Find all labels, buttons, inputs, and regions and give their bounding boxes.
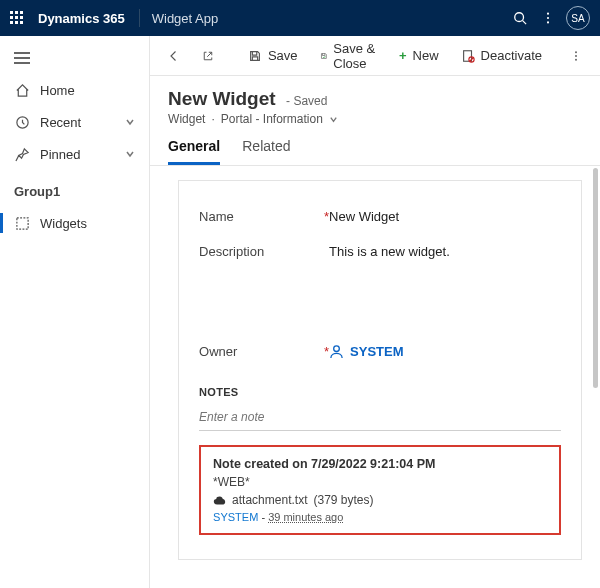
notes-heading: NOTES xyxy=(199,386,561,398)
form-tabs: General Related xyxy=(150,126,600,166)
svg-point-14 xyxy=(575,55,577,57)
overflow-button[interactable] xyxy=(562,45,590,67)
sidebar-item-label: Pinned xyxy=(40,147,80,162)
pin-icon xyxy=(14,146,30,162)
sidebar-group-text: Group1 xyxy=(14,184,60,199)
svg-point-2 xyxy=(547,13,549,15)
sidebar-item-label: Home xyxy=(40,83,75,98)
svg-rect-9 xyxy=(16,217,27,228)
field-owner[interactable]: Owner * SYSTEM xyxy=(199,334,561,372)
new-button[interactable]: + New xyxy=(391,44,447,67)
description-value: This is a new widget. xyxy=(329,244,561,259)
more-icon[interactable] xyxy=(534,4,562,32)
note-title: Note created on 7/29/2022 9:21:04 PM xyxy=(213,457,547,471)
svg-point-15 xyxy=(575,58,577,60)
widgets-icon xyxy=(14,215,30,231)
save-button[interactable]: Save xyxy=(240,44,306,67)
tab-general[interactable]: General xyxy=(168,138,220,165)
note-meta: SYSTEM - 39 minutes ago xyxy=(213,511,547,523)
command-bar: Save Save & Close + New Deactivate xyxy=(150,36,600,76)
chevron-down-icon xyxy=(125,117,135,127)
chevron-down-icon xyxy=(329,115,338,124)
form-body: Name * New Widget Description This is a … xyxy=(150,166,600,588)
sidebar-item-label: Widgets xyxy=(40,216,87,231)
svg-point-16 xyxy=(334,346,340,352)
save-close-button[interactable]: Save & Close xyxy=(312,37,385,75)
search-icon[interactable] xyxy=(506,4,534,32)
topbar-divider xyxy=(139,9,140,27)
back-button[interactable] xyxy=(160,45,188,67)
svg-point-4 xyxy=(547,21,549,23)
form-selector[interactable]: Portal - Information xyxy=(221,112,323,126)
deactivate-button[interactable]: Deactivate xyxy=(453,44,550,67)
app-launcher-icon[interactable] xyxy=(10,11,24,25)
scrollbar[interactable] xyxy=(593,168,598,388)
owner-value[interactable]: SYSTEM xyxy=(329,344,403,359)
svg-rect-10 xyxy=(463,50,471,61)
main-area: Save Save & Close + New Deactivate New W… xyxy=(150,36,600,588)
sidebar-item-label: Recent xyxy=(40,115,81,130)
hamburger-icon[interactable] xyxy=(0,42,149,74)
note-author[interactable]: SYSTEM xyxy=(213,511,258,523)
save-close-label: Save & Close xyxy=(333,41,377,71)
note-input[interactable] xyxy=(199,404,561,431)
home-icon xyxy=(14,82,30,98)
sidebar-item-widgets[interactable]: Widgets xyxy=(0,207,149,239)
new-label: New xyxy=(413,48,439,63)
user-avatar[interactable]: SA xyxy=(566,6,590,30)
svg-point-3 xyxy=(547,17,549,19)
clock-icon xyxy=(14,114,30,130)
name-value: New Widget xyxy=(329,209,561,224)
popout-button[interactable] xyxy=(194,45,222,67)
deactivate-label: Deactivate xyxy=(481,48,542,63)
cloud-icon xyxy=(213,495,226,506)
form-card: Name * New Widget Description This is a … xyxy=(178,180,582,560)
description-label: Description xyxy=(199,244,264,259)
app-name: Widget App xyxy=(152,11,219,26)
field-description[interactable]: Description This is a new widget. xyxy=(199,234,561,334)
saved-indicator: - Saved xyxy=(286,94,327,108)
svg-point-0 xyxy=(515,13,524,22)
sidebar-item-pinned[interactable]: Pinned xyxy=(0,138,149,170)
note-item[interactable]: Note created on 7/29/2022 9:21:04 PM *WE… xyxy=(199,445,561,535)
note-time: 39 minutes ago xyxy=(268,511,343,523)
save-label: Save xyxy=(268,48,298,63)
attachment-size: (379 bytes) xyxy=(313,493,373,507)
brand-label: Dynamics 365 xyxy=(38,11,125,26)
attachment-name: attachment.txt xyxy=(232,493,307,507)
global-topbar: Dynamics 365 Widget App SA xyxy=(0,0,600,36)
sidebar: Home Recent Pinned Group1 xyxy=(0,36,150,588)
name-label: Name xyxy=(199,209,234,224)
sidebar-item-home[interactable]: Home xyxy=(0,74,149,106)
note-attachment[interactable]: attachment.txt (379 bytes) xyxy=(213,493,547,507)
person-icon xyxy=(329,344,344,359)
field-name[interactable]: Name * New Widget xyxy=(199,199,561,234)
tab-related[interactable]: Related xyxy=(242,138,290,165)
entity-name: Widget xyxy=(168,112,205,126)
svg-line-1 xyxy=(523,21,527,25)
record-title: New Widget xyxy=(168,88,276,109)
note-web-tag: *WEB* xyxy=(213,475,547,489)
plus-icon: + xyxy=(399,48,407,63)
chevron-down-icon xyxy=(125,149,135,159)
sidebar-group-label: Group1 xyxy=(0,170,149,207)
sidebar-item-recent[interactable]: Recent xyxy=(0,106,149,138)
svg-point-13 xyxy=(575,51,577,53)
record-header: New Widget - Saved Widget · Portal - Inf… xyxy=(150,76,600,126)
owner-label: Owner xyxy=(199,344,237,359)
